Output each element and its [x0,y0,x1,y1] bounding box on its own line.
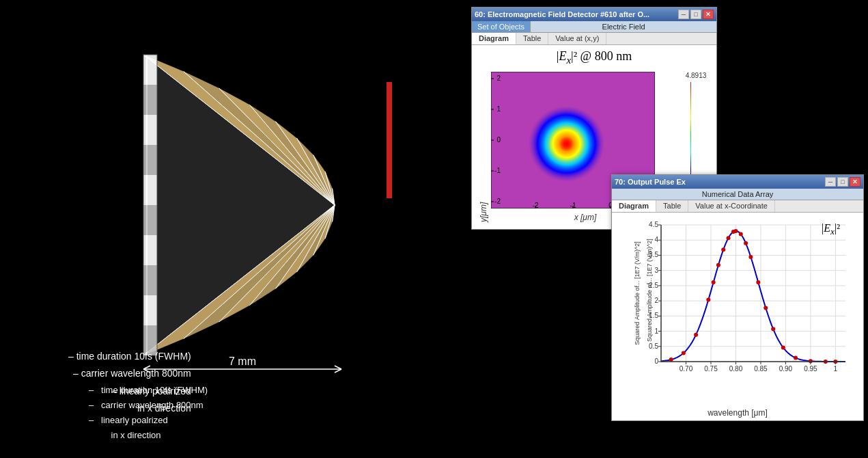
pulse-window-controls[interactable]: ─ □ ✕ [825,177,860,187]
emf-tab-diagram[interactable]: Diagram [472,33,516,44]
pulse-tab-value[interactable]: Value at x-Coordinate [688,200,775,212]
pulse-title: 70: Output Pulse Ex [615,178,825,186]
pulse-math-label: |Ex|² [822,222,840,237]
pulse-section-bar: Numerical Data Array [612,189,863,200]
pulse-content-area: Squared Amplitude of... [1E7 (V/m)^2] |E… [612,213,863,420]
pulse-maximize-btn[interactable]: □ [837,177,848,187]
emf-y-axis-label: y [μm] [479,72,488,222]
pulse-minimize-btn[interactable]: ─ [825,177,836,187]
pulse-tab-diagram[interactable]: Diagram [612,200,656,212]
emf-tab-value[interactable]: Value at (x,y) [548,33,606,44]
emf-set-of-objects-tab[interactable]: Set of Objects [472,21,531,32]
emf-tab-table[interactable]: Table [516,33,548,44]
pulse-close-btn[interactable]: ✕ [850,177,860,187]
emf-window-controls[interactable]: ─ □ ✕ [678,10,714,19]
pulse-plot-area: Squared Amplitude of... [1E7 (V/m)^2] |E… [615,215,847,407]
emf-tabs: Diagram Table Value at (x,y) [472,33,716,45]
annotation-line-4: in x direction [68,400,191,417]
emf-colorbar-max: 4.8913 [686,72,707,79]
pulse-tabs: Diagram Table Value at x-Coordinate [612,200,863,213]
emf-electric-field-label: Electric Field [531,21,716,32]
pulse-y-axis-label: Squared Amplitude of... [1E7 (V/m)^2] [646,280,653,342]
pulse-x-axis-label: wavelength [μm] [615,408,860,418]
pulse-tab-table[interactable]: Table [656,200,688,212]
annotation-line-2: – carrier wavelength 800nm [68,365,191,382]
emf-titlebar[interactable]: 60: Electromagnetic Field Detector #610 … [472,8,716,21]
emf-minimize-btn[interactable]: ─ [678,10,689,19]
pulse-plot-canvas [634,218,852,389]
emf-close-btn[interactable]: ✕ [703,10,714,19]
optics-diagram [0,0,423,458]
emf-title: 60: Electromagnetic Field Detector #610 … [475,10,678,18]
optics-annotations: – time duration 10fs (FWHM) – carrier wa… [68,348,191,417]
emf-section-bar: Set of Objects Electric Field [472,21,716,33]
emf-maximize-btn[interactable]: □ [690,10,701,19]
pulse-section-title: Numerical Data Array [612,189,863,200]
output-pulse-window: 70: Output Pulse Ex ─ □ ✕ Numerical Data… [611,174,864,421]
pulse-titlebar[interactable]: 70: Output Pulse Ex ─ □ ✕ [612,175,863,189]
emf-plot-title: |Ex|² @ 800 nm [476,49,712,66]
annotation-line-3: – linearly poalrized [68,383,191,400]
annotation-line-1: – time duration 10fs (FWHM) [68,348,191,365]
